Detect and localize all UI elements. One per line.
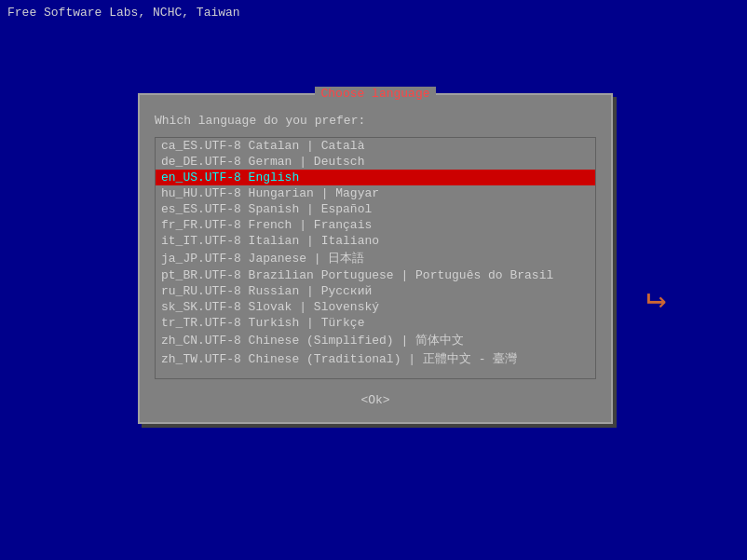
- ok-button[interactable]: <Ok>: [360, 393, 389, 407]
- dialog-title: Choose language: [315, 87, 435, 101]
- language-item-ja_JP[interactable]: ja_JP.UTF-8 Japanese | 日本語: [156, 249, 595, 267]
- language-item-zh_TW[interactable]: zh_TW.UTF-8 Chinese (Traditional) | 正體中文…: [156, 349, 595, 368]
- language-item-ca_ES[interactable]: ca_ES.UTF-8 Catalan | Català: [156, 138, 595, 154]
- language-item-fr_FR[interactable]: fr_FR.UTF-8 French | Français: [156, 217, 595, 233]
- language-item-pt_BR[interactable]: pt_BR.UTF-8 Brazilian Portuguese | Portu…: [156, 267, 595, 283]
- dialog-question: Which language do you prefer:: [155, 114, 596, 128]
- language-item-de_DE[interactable]: de_DE.UTF-8 German | Deutsch: [156, 154, 595, 170]
- language-item-sk_SK[interactable]: sk_SK.UTF-8 Slovak | Slovenský: [156, 299, 595, 315]
- language-list[interactable]: ca_ES.UTF-8 Catalan | Catalàde_DE.UTF-8 …: [155, 137, 596, 379]
- language-item-it_IT[interactable]: it_IT.UTF-8 Italian | Italiano: [156, 233, 595, 249]
- dialog-title-bar: Choose language: [140, 86, 611, 106]
- top-bar: Free Software Labs, NCHC, Taiwan: [0, 0, 747, 25]
- language-item-en_US[interactable]: en_US.UTF-8 English: [156, 170, 595, 185]
- language-dialog: Choose language Which language do you pr…: [138, 93, 613, 424]
- ok-button-row: <Ok>: [155, 392, 596, 407]
- language-item-zh_CN[interactable]: zh_CN.UTF-8 Chinese (Simplified) | 简体中文: [156, 331, 595, 349]
- selection-arrow: ↵: [646, 277, 667, 318]
- language-item-hu_HU[interactable]: hu_HU.UTF-8 Hungarian | Magyar: [156, 185, 595, 201]
- language-item-ru_RU[interactable]: ru_RU.UTF-8 Russian | Русский: [156, 283, 595, 299]
- language-item-es_ES[interactable]: es_ES.UTF-8 Spanish | Español: [156, 201, 595, 217]
- dialog-body: Which language do you prefer: ca_ES.UTF-…: [140, 106, 611, 422]
- top-bar-text: Free Software Labs, NCHC, Taiwan: [7, 6, 240, 20]
- language-item-tr_TR[interactable]: tr_TR.UTF-8 Turkish | Türkçe: [156, 315, 595, 331]
